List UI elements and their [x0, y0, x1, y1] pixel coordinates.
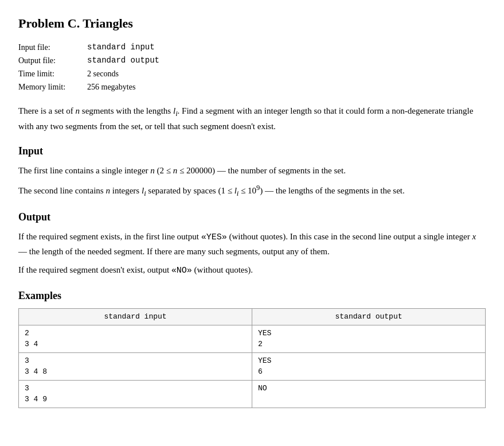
- problem-statement: There is a set of n segments with the le…: [18, 104, 486, 133]
- meta-time-limit: Time limit: 2 seconds: [18, 67, 159, 80]
- input-paragraph-2: The second line contains n integers li s…: [18, 182, 486, 199]
- meta-output-value: standard output: [87, 54, 159, 67]
- examples-header-input: standard input: [19, 309, 252, 325]
- output-paragraph-1: If the required segment exists, in the f…: [18, 230, 486, 258]
- example-row-1: 2 3 4YES 2: [19, 325, 486, 352]
- output-paragraph-2: If the required segment doesn't exist, o…: [18, 263, 486, 278]
- meta-output-file: Output file: standard output: [18, 54, 159, 67]
- problem-meta: Input file: standard input Output file: …: [18, 41, 486, 94]
- output-section-text: If the required segment exists, in the f…: [18, 230, 486, 278]
- examples-section: Examples standard input standard output …: [18, 288, 486, 408]
- example-output-1: YES 2: [252, 325, 486, 352]
- input-section-text: The first line contains a single integer…: [18, 164, 486, 199]
- meta-memory-value: 256 megabytes: [87, 80, 159, 94]
- meta-output-label: Output file:: [18, 54, 87, 67]
- meta-memory-limit: Memory limit: 256 megabytes: [18, 80, 159, 94]
- input-paragraph-1: The first line contains a single integer…: [18, 164, 486, 177]
- example-output-3: NO: [252, 380, 486, 408]
- examples-table: standard input standard output 2 3 4YES …: [18, 308, 486, 408]
- meta-input-value: standard input: [87, 41, 159, 54]
- example-output-2: YES 6: [252, 352, 486, 380]
- example-input-2: 3 3 4 8: [19, 352, 252, 380]
- input-section-title: Input: [18, 144, 486, 159]
- meta-input-label: Input file:: [18, 41, 87, 54]
- examples-header-row: standard input standard output: [19, 309, 486, 325]
- example-input-3: 3 3 4 9: [19, 380, 252, 408]
- examples-title: Examples: [18, 288, 486, 304]
- meta-time-value: 2 seconds: [87, 67, 159, 80]
- example-row-3: 3 3 4 9NO: [19, 380, 486, 408]
- example-row-2: 3 3 4 8YES 6: [19, 352, 486, 380]
- meta-input-file: Input file: standard input: [18, 41, 159, 54]
- output-section-title: Output: [18, 210, 486, 225]
- examples-header-output: standard output: [252, 309, 486, 325]
- problem-title: Problem C. Triangles: [18, 14, 486, 33]
- meta-memory-label: Memory limit:: [18, 80, 87, 94]
- example-input-1: 2 3 4: [19, 325, 252, 352]
- meta-time-label: Time limit:: [18, 67, 87, 80]
